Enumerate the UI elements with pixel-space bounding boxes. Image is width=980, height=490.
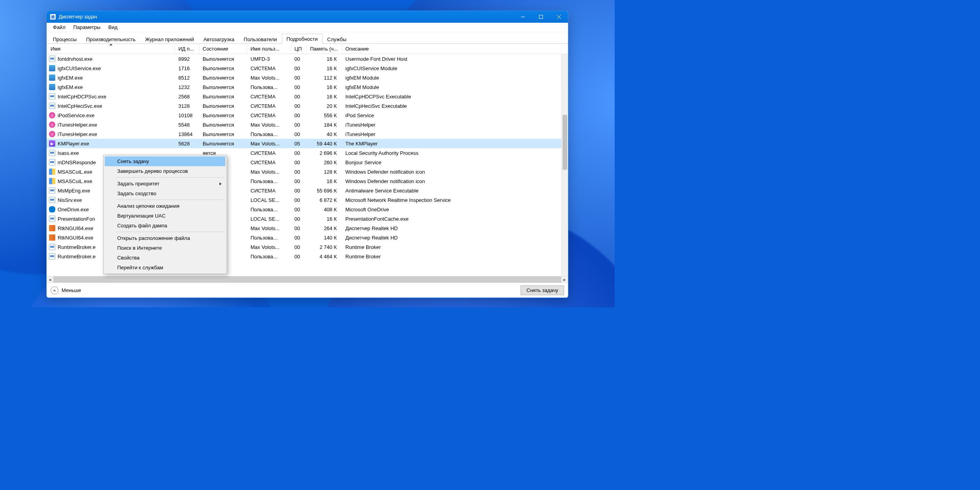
- cell-memory: 16 К: [307, 56, 342, 62]
- titlebar[interactable]: Диспетчер задач: [47, 11, 568, 23]
- cell-user: СИСТЕМА: [247, 103, 291, 109]
- context-menu-item[interactable]: Открыть расположение файла: [105, 233, 225, 243]
- cell-memory: 184 К: [307, 122, 342, 128]
- col-header-memory[interactable]: Память (ч...: [307, 44, 342, 54]
- cell-pid: 1716: [175, 65, 200, 71]
- cell-description: Usermode Font Driver Host: [342, 56, 568, 62]
- cell-memory: 260 К: [307, 160, 342, 165]
- col-header-cpu[interactable]: ЦП: [291, 44, 307, 54]
- hscroll-track[interactable]: [53, 276, 561, 283]
- table-row[interactable]: igfxCUIService.exe1716ВыполняетсяСИСТЕМА…: [47, 64, 568, 73]
- submenu-arrow-icon: [220, 182, 221, 185]
- process-icon: [49, 93, 55, 100]
- scrollbar-thumb[interactable]: [563, 115, 567, 170]
- cell-description: Runtime Broker: [342, 254, 568, 260]
- process-name: iPodService.exe: [58, 113, 94, 118]
- table-row[interactable]: igfxEM.exe1232ВыполняетсяПользова...0016…: [47, 82, 568, 92]
- cell-state: Выполняется: [200, 94, 247, 100]
- tab-app-history[interactable]: Журнал приложений: [140, 34, 199, 44]
- tab-users[interactable]: Пользователи: [239, 34, 282, 44]
- horizontal-scrollbar[interactable]: ◄ ►: [47, 276, 568, 283]
- cell-description: iPod Service: [342, 113, 568, 118]
- col-header-pid[interactable]: ИД п...: [175, 44, 200, 54]
- context-menu-item[interactable]: Задать приоритет: [105, 179, 225, 189]
- table-row[interactable]: IntelCpHDCPSvc.exe2568ВыполняетсяСИСТЕМА…: [47, 92, 568, 101]
- fewer-details-button[interactable]: Меньше: [49, 286, 83, 295]
- cell-memory: 128 К: [307, 169, 342, 175]
- process-name: igfxCUIService.exe: [58, 65, 101, 71]
- context-menu-item[interactable]: Создать файл дампа: [105, 221, 225, 230]
- tab-services[interactable]: Службы: [323, 34, 351, 44]
- menu-view[interactable]: Вид: [104, 24, 122, 31]
- context-menu-item[interactable]: Анализ цепочки ожидания: [105, 201, 225, 211]
- cell-description: Bonjour Service: [342, 160, 568, 165]
- col-header-user[interactable]: Имя польз...: [247, 44, 291, 54]
- menu-file[interactable]: Файл: [49, 24, 69, 31]
- context-menu-item[interactable]: Снять задачу: [105, 156, 225, 166]
- cell-memory: 408 К: [307, 207, 342, 212]
- menu-options[interactable]: Параметры: [69, 24, 104, 31]
- cell-memory: 16 К: [307, 84, 342, 90]
- process-icon: ♪: [49, 112, 55, 118]
- menubar: Файл Параметры Вид: [47, 23, 568, 32]
- table-row[interactable]: ♪iTunesHelper.exe13864ВыполняетсяПользов…: [47, 129, 568, 139]
- cell-cpu: 00: [291, 56, 307, 62]
- table-row[interactable]: ♪iTunesHelper.exe5548ВыполняетсяMax Volo…: [47, 120, 568, 129]
- minimize-button[interactable]: [514, 11, 532, 23]
- context-menu-item[interactable]: Свойства: [105, 253, 225, 263]
- cell-memory: 6 872 К: [307, 197, 342, 203]
- context-menu-item[interactable]: Виртуализация UAC: [105, 211, 225, 221]
- context-menu-item[interactable]: Перейти к службам: [105, 263, 225, 272]
- cell-user: Пользова...: [247, 131, 291, 137]
- process-name: MSASCuiL.exe: [58, 178, 92, 184]
- cell-user: Max Volots...: [247, 225, 291, 231]
- cell-user: LOCAL SE...: [247, 197, 291, 203]
- cell-cpu: 00: [291, 103, 307, 109]
- end-task-button[interactable]: Снять задачу: [521, 285, 564, 295]
- context-menu-separator: [116, 232, 225, 232]
- cell-memory: 16 К: [307, 216, 342, 222]
- maximize-button[interactable]: [532, 11, 550, 23]
- scroll-right-icon[interactable]: ►: [561, 276, 568, 283]
- cell-description: Диспетчер Realtek HD: [342, 225, 568, 231]
- tab-processes[interactable]: Процессы: [48, 34, 82, 44]
- table-row[interactable]: igfxEM.exe8512ВыполняетсяMax Volots...00…: [47, 73, 568, 82]
- cell-memory: 59 440 К: [307, 141, 342, 147]
- cell-state: Выполняется: [200, 75, 247, 81]
- process-name: RtkNGUI64.exe: [58, 225, 93, 231]
- cell-user: Max Volots...: [247, 122, 291, 128]
- tabbar: Процессы Производительность Журнал прило…: [47, 32, 568, 44]
- context-menu-item[interactable]: Завершить дерево процессов: [105, 166, 225, 176]
- close-button[interactable]: [550, 11, 568, 23]
- cell-state: Выполняется: [200, 84, 247, 90]
- col-header-state[interactable]: Состояние: [200, 44, 247, 54]
- context-menu-separator: [116, 177, 225, 178]
- cell-description: Runtime Broker: [342, 244, 568, 250]
- col-header-description[interactable]: Описание: [342, 44, 568, 54]
- tab-startup[interactable]: Автозагрузка: [199, 34, 239, 44]
- table-row[interactable]: ▶KMPlayer.exe5628ВыполняетсяMax Volots..…: [47, 139, 568, 148]
- table-row[interactable]: ♪iPodService.exe10108ВыполняетсяСИСТЕМА0…: [47, 111, 568, 120]
- table-row[interactable]: fontdrvhost.exe8992ВыполняетсяUMFD-30016…: [47, 54, 568, 64]
- col-header-name[interactable]: Имя: [47, 44, 175, 54]
- table-row[interactable]: IntelCpHeciSvc.exe3128ВыполняетсяСИСТЕМА…: [47, 101, 568, 111]
- process-icon: [49, 206, 55, 212]
- cell-memory: 20 К: [307, 103, 342, 109]
- context-menu-item[interactable]: Задать сходство: [105, 189, 225, 198]
- cell-cpu: 00: [291, 160, 307, 165]
- process-name: igfxEM.exe: [58, 75, 83, 81]
- vertical-scrollbar[interactable]: [561, 54, 568, 276]
- app-icon: [50, 14, 56, 20]
- cell-pid: 2568: [175, 94, 200, 100]
- cell-cpu: 00: [291, 131, 307, 137]
- tab-performance[interactable]: Производительность: [82, 34, 140, 44]
- process-icon: [49, 253, 55, 260]
- process-icon: [49, 244, 55, 250]
- tab-details[interactable]: Подробности: [282, 34, 323, 44]
- scroll-left-icon[interactable]: ◄: [47, 276, 53, 283]
- cell-description: Local Security Authority Process: [342, 150, 568, 156]
- context-menu-separator: [116, 200, 225, 200]
- context-menu-item[interactable]: Поиск в Интернете: [105, 243, 225, 253]
- cell-user: Пользова...: [247, 235, 291, 241]
- process-name: KMPlayer.exe: [58, 141, 89, 147]
